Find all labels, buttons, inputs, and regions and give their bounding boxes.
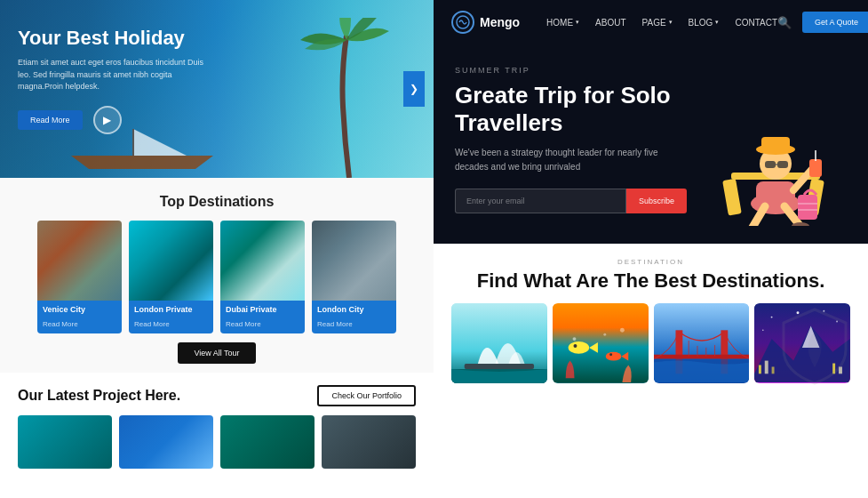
svg-rect-9 <box>761 137 790 153</box>
project-card-1 <box>18 415 112 469</box>
destination-link-dubai[interactable]: Read More <box>226 320 261 328</box>
svg-point-44 <box>771 317 773 318</box>
navigation-bar: Mengo HOME ▾ ABOUT PAGE ▾ BLOG ▾ CONTACT… <box>434 0 868 44</box>
right-panel: Mengo HOME ▾ ABOUT PAGE ▾ BLOG ▾ CONTACT… <box>434 0 868 498</box>
hero-right-content: SUMMER TRIP Greate Trip for Solo Travell… <box>455 66 687 226</box>
destination-right-card-2 <box>553 303 649 383</box>
destination-right-card-1 <box>451 303 547 383</box>
destination-card-london2: London City Read More <box>312 221 396 333</box>
svg-rect-20 <box>798 195 817 220</box>
latest-project-title: Our Latest Project Here. <box>18 388 180 404</box>
destination-link-london2[interactable]: Read More <box>317 320 353 328</box>
tourist-figure <box>705 66 847 226</box>
project-card-2 <box>119 415 213 469</box>
hero-left-content: Your Best Holiday Etiam sit amet auct eg… <box>18 27 416 134</box>
svg-rect-49 <box>759 365 761 374</box>
svg-rect-37 <box>654 355 750 359</box>
destination-name-dubai: Dubai Private <box>226 305 299 314</box>
hero-left-title: Your Best Holiday <box>18 27 416 50</box>
destination-image-london <box>129 221 213 301</box>
shield-watermark <box>779 305 850 389</box>
hero-right-description: We've been a strategy thought leader for… <box>455 146 687 174</box>
destination-label-london: London Private Read More <box>129 301 213 333</box>
destination-label-london2: London City Read More <box>312 301 396 333</box>
hero-buttons: Read More ▶ <box>18 106 416 134</box>
svg-point-28 <box>573 344 577 348</box>
shield-icon <box>779 305 850 385</box>
subscribe-form: Subscribe <box>455 189 687 213</box>
svg-point-32 <box>603 333 606 336</box>
destination-image-venice <box>37 221 122 301</box>
destinations-title: Top Destinations <box>18 194 416 210</box>
hero-next-button[interactable]: ❯ <box>403 71 425 107</box>
project-card-4 <box>322 415 416 469</box>
subscribe-button[interactable]: Subscribe <box>626 189 687 213</box>
project-card-3 <box>220 415 315 469</box>
svg-point-30 <box>609 354 612 357</box>
destinations-right-section: DESTINATION Find What Are The Best Desti… <box>434 244 868 398</box>
search-icon[interactable]: 🔍 <box>777 16 792 29</box>
svg-point-48 <box>762 330 764 332</box>
get-quote-button[interactable]: Get A Quote <box>802 12 868 33</box>
blog-chevron-icon: ▾ <box>715 19 719 26</box>
svg-point-31 <box>572 338 576 341</box>
destination-link-london[interactable]: Read More <box>134 320 170 328</box>
destination-name-london2: London City <box>317 305 391 314</box>
bridge-svg <box>654 303 750 383</box>
sydney-svg <box>451 303 547 383</box>
destination-link-venice[interactable]: Read More <box>43 320 78 328</box>
svg-rect-11 <box>777 161 788 168</box>
destination-card-dubai: Dubai Private Read More <box>220 221 305 333</box>
destination-card-venice: Venice City Read More <box>37 221 122 333</box>
svg-rect-51 <box>772 367 775 374</box>
hero-right-section: SUMMER TRIP Greate Trip for Solo Travell… <box>434 44 868 244</box>
page-chevron-icon: ▾ <box>669 19 673 26</box>
play-button[interactable]: ▶ <box>93 106 122 134</box>
view-all-tour-button[interactable]: View All Tour <box>178 342 255 364</box>
hero-right-title: Greate Trip for Solo Travellers <box>455 82 687 137</box>
nav-page[interactable]: PAGE ▾ <box>642 18 673 28</box>
destinations-grid: Venice City Read More London Private Rea… <box>18 221 416 333</box>
destinations-section: Top Destinations Venice City Read More L… <box>0 178 434 373</box>
nav-home[interactable]: HOME ▾ <box>546 18 579 28</box>
read-more-button[interactable]: Read More <box>18 110 83 130</box>
summer-trip-label: SUMMER TRIP <box>455 66 687 75</box>
hero-left-description: Etiam sit amet auct eget eros faucibus t… <box>18 57 213 93</box>
svg-rect-10 <box>765 161 776 168</box>
svg-rect-14 <box>809 159 822 177</box>
destination-name-venice: Venice City <box>43 305 116 314</box>
destination-right-title: Find What Are The Best Destinations. <box>451 269 850 293</box>
svg-rect-3 <box>722 179 742 216</box>
svg-point-29 <box>606 352 622 361</box>
destination-image-dubai <box>220 221 305 301</box>
destination-name-london: London Private <box>134 305 208 314</box>
home-chevron-icon: ▾ <box>576 19 579 26</box>
destination-label-dubai: Dubai Private Read More <box>220 301 305 333</box>
destination-right-label: DESTINATION <box>451 258 850 266</box>
nav-logo: Mengo <box>451 11 520 34</box>
logo-name: Mengo <box>480 15 520 29</box>
email-input[interactable] <box>455 189 626 213</box>
projects-grid <box>18 415 416 469</box>
destination-right-card-3 <box>654 303 750 383</box>
underwater-svg <box>553 303 649 383</box>
check-portfolio-button[interactable]: Check Our Portfolio <box>317 385 416 406</box>
nav-contact[interactable]: CONTACT <box>735 18 777 28</box>
left-panel: Your Best Holiday Etiam sit amet auct eg… <box>0 0 434 498</box>
tourist-svg <box>713 66 838 226</box>
svg-point-33 <box>620 328 625 333</box>
hero-section-left: Your Best Holiday Etiam sit amet auct eg… <box>0 0 434 178</box>
svg-rect-24 <box>465 364 534 369</box>
destination-card-london: London Private Read More <box>129 221 213 333</box>
nav-links: HOME ▾ ABOUT PAGE ▾ BLOG ▾ CONTACT <box>546 18 777 28</box>
destination-image-london2 <box>312 221 396 301</box>
svg-rect-50 <box>765 361 768 374</box>
svg-point-27 <box>568 341 589 354</box>
nav-blog[interactable]: BLOG ▾ <box>689 18 720 28</box>
latest-project-section: Our Latest Project Here. Check Our Portf… <box>0 373 434 478</box>
mengo-logo-svg <box>456 15 470 29</box>
latest-project-header: Our Latest Project Here. Check Our Portf… <box>18 385 416 406</box>
destination-label-venice: Venice City Read More <box>37 301 122 333</box>
logo-icon <box>451 11 474 34</box>
nav-about[interactable]: ABOUT <box>595 18 625 28</box>
